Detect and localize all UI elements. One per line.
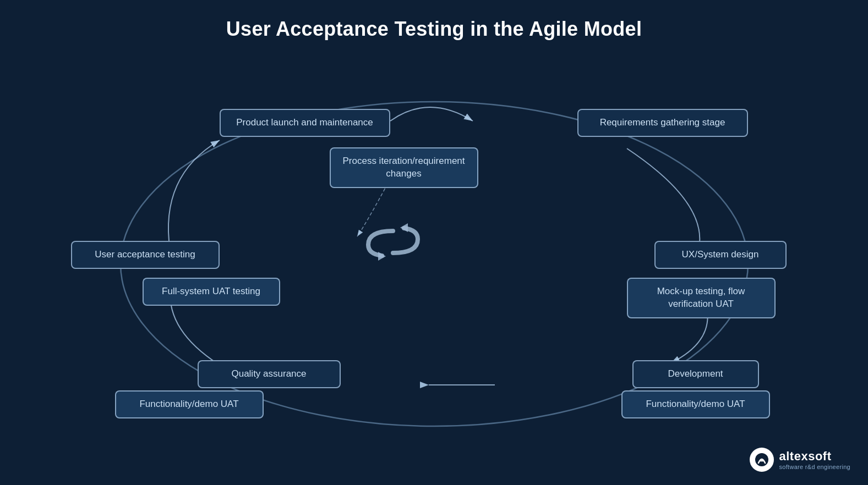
process-iteration-box: Process iteration/requirement changes: [330, 147, 478, 188]
development-box: Development: [632, 360, 759, 388]
dev-functionality-box: Functionality/demo UAT: [621, 390, 770, 418]
product-launch-box: Product launch and maintenance: [220, 109, 390, 137]
mockup-testing-box: Mock-up testing, flow verification UAT: [627, 278, 776, 318]
user-acceptance-box: User acceptance testing: [71, 241, 220, 269]
cycle-icon: [357, 220, 429, 264]
full-system-box: Full-system UAT testing: [143, 278, 280, 306]
diagram-container: Product launch and maintenance Process i…: [49, 49, 820, 467]
ux-system-box: UX/System design: [654, 241, 787, 269]
page-title: User Acceptance Testing in the Agile Mod…: [0, 0, 868, 41]
svg-marker-3: [378, 252, 386, 261]
quality-assurance-box: Quality assurance: [198, 360, 341, 388]
logo: altexsoft software r&d engineering: [750, 448, 851, 472]
qa-functionality-box: Functionality/demo UAT: [115, 390, 264, 418]
svg-marker-4: [400, 223, 408, 232]
requirements-box: Requirements gathering stage: [577, 109, 748, 137]
logo-text: altexsoft software r&d engineering: [779, 449, 851, 470]
logo-icon: [750, 448, 774, 472]
